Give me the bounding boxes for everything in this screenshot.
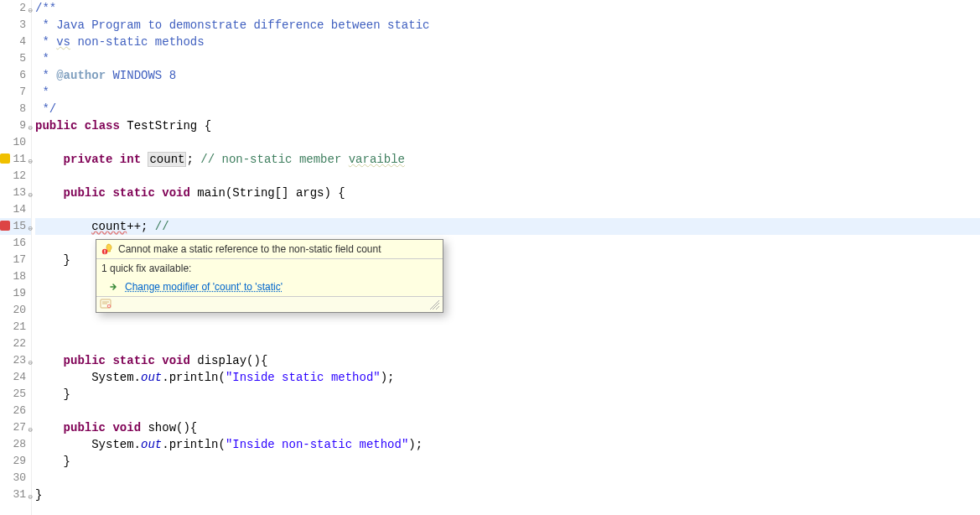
tooltip-resize-handle[interactable] (429, 299, 439, 310)
code-line[interactable]: System.out.println("Inside non-static me… (35, 436, 980, 453)
line-number[interactable]: 7 (0, 84, 31, 101)
line-number[interactable]: 23⊖ (0, 352, 31, 369)
code-line[interactable] (35, 134, 980, 151)
line-number[interactable]: 31⊖ (0, 486, 31, 503)
code-line[interactable] (35, 336, 980, 352)
line-number[interactable]: 18 (0, 268, 31, 285)
code-line[interactable]: public class TestString { (35, 117, 980, 134)
tooltip-error-text: Cannot make a static reference to the no… (118, 243, 381, 255)
lightbulb-error-icon (101, 243, 113, 255)
code-line[interactable] (35, 168, 980, 185)
code-line[interactable]: * Java Program to demonstrate difference… (35, 17, 980, 34)
line-number[interactable]: 22 (0, 336, 31, 352)
line-number[interactable]: 3 (0, 17, 31, 34)
svg-rect-1 (104, 250, 105, 252)
code-line[interactable]: public static void display(){ (35, 352, 980, 369)
code-line[interactable] (35, 319, 980, 336)
code-line[interactable]: public static void main(String[] args) { (35, 185, 980, 201)
line-number[interactable]: 4 (0, 34, 31, 50)
error-marker-icon[interactable] (0, 221, 10, 231)
line-number[interactable]: 29 (0, 453, 31, 470)
line-number[interactable]: 12 (0, 168, 31, 185)
code-line[interactable]: * vs non-static methods (35, 34, 980, 50)
line-number[interactable]: 14 (0, 201, 31, 218)
code-line[interactable]: private int count; // non-static member … (35, 151, 980, 168)
code-line[interactable]: count++; // (35, 218, 980, 235)
code-line[interactable]: } (35, 453, 980, 470)
quickfix-link[interactable]: Change modifier of 'count' to 'static' (125, 281, 283, 293)
line-number-gutter[interactable]: 2⊖3456789⊖1011⊖1213⊖1415⊖161718192021222… (0, 0, 32, 515)
tooltip-footer (96, 296, 443, 312)
line-number[interactable]: 30 (0, 470, 31, 486)
code-line[interactable] (35, 403, 980, 419)
tooltip-quickfix-row: Change modifier of 'count' to 'static' (96, 278, 443, 296)
line-number[interactable]: 16 (0, 235, 31, 252)
code-line[interactable]: public void show(){ (35, 419, 980, 436)
line-number[interactable]: 26 (0, 403, 31, 419)
line-number[interactable]: 13⊖ (0, 185, 31, 201)
fold-marker-icon[interactable]: ⊖ (29, 489, 33, 506)
line-number[interactable]: 6 (0, 67, 31, 84)
tooltip-footer-icon (100, 299, 111, 310)
line-number[interactable]: 8 (0, 101, 31, 117)
quickfix-count-label: 1 quick fix available: (101, 263, 191, 274)
code-line[interactable]: */ (35, 101, 980, 117)
line-number[interactable]: 2⊖ (0, 0, 31, 17)
tooltip-quickfix-header: 1 quick fix available: (96, 258, 443, 278)
line-number[interactable]: 24 (0, 369, 31, 386)
code-line[interactable] (35, 201, 980, 218)
code-line[interactable]: System.out.println("Inside static method… (35, 369, 980, 386)
code-line[interactable]: /** (35, 0, 980, 17)
line-number[interactable]: 21 (0, 319, 31, 336)
code-line[interactable]: * @author WINDOWS 8 (35, 67, 980, 84)
line-number[interactable]: 17 (0, 252, 31, 268)
warning-marker-icon[interactable] (0, 153, 10, 164)
code-line[interactable]: * (35, 50, 980, 67)
line-number[interactable]: 27⊖ (0, 419, 31, 436)
tooltip-error-row: Cannot make a static reference to the no… (96, 240, 443, 258)
line-number[interactable]: 9⊖ (0, 117, 31, 134)
quickfix-arrow-icon (108, 281, 120, 293)
code-line[interactable]: * (35, 84, 980, 101)
code-line[interactable]: } (35, 486, 980, 503)
line-number[interactable]: 11⊖ (0, 151, 31, 168)
line-number[interactable]: 25 (0, 386, 31, 403)
line-number[interactable]: 15⊖ (0, 218, 31, 235)
error-hover-tooltip: Cannot make a static reference to the no… (96, 239, 443, 313)
code-line[interactable] (35, 470, 980, 486)
line-number[interactable]: 19 (0, 285, 31, 302)
line-number[interactable]: 5 (0, 50, 31, 67)
code-line[interactable]: } (35, 386, 980, 403)
svg-rect-2 (104, 252, 105, 253)
line-number[interactable]: 10 (0, 134, 31, 151)
line-number[interactable]: 20 (0, 302, 31, 319)
line-number[interactable]: 28 (0, 436, 31, 453)
